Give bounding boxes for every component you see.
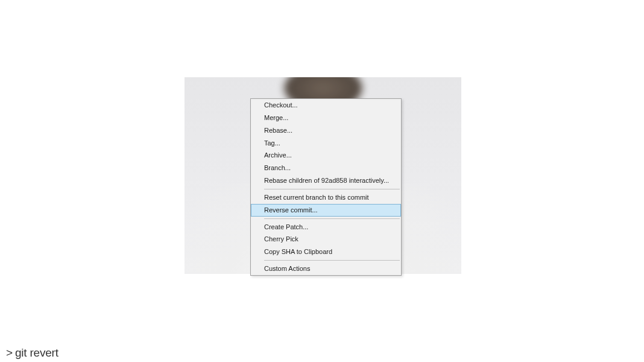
menu-item-reverse-commit[interactable]: Reverse commit... <box>251 204 401 217</box>
context-menu: Checkout... Merge... Rebase... Tag... Ar… <box>250 98 402 276</box>
menu-item-branch[interactable]: Branch... <box>251 162 401 174</box>
menu-item-archive[interactable]: Archive... <box>251 149 401 162</box>
menu-item-create-patch[interactable]: Create Patch... <box>251 221 401 233</box>
caption-prompt: > <box>6 346 13 359</box>
menu-item-merge[interactable]: Merge... <box>251 112 401 124</box>
menu-separator <box>264 189 400 189</box>
menu-item-custom-actions[interactable]: Custom Actions <box>251 262 401 275</box>
menu-item-tag[interactable]: Tag... <box>251 137 401 150</box>
menu-item-reset-current[interactable]: Reset current branch to this commit <box>251 191 401 204</box>
slide-caption: >git revert <box>6 346 58 360</box>
menu-item-checkout[interactable]: Checkout... <box>251 99 401 112</box>
menu-item-cherry-pick[interactable]: Cherry Pick <box>251 233 401 246</box>
menu-item-rebase[interactable]: Rebase... <box>251 124 401 137</box>
caption-text: git revert <box>15 346 58 359</box>
menu-separator <box>264 260 400 261</box>
menu-item-rebase-children[interactable]: Rebase children of 92ad858 interactively… <box>251 174 401 187</box>
menu-separator <box>264 218 400 219</box>
menu-item-copy-sha[interactable]: Copy SHA to Clipboard <box>251 246 401 258</box>
